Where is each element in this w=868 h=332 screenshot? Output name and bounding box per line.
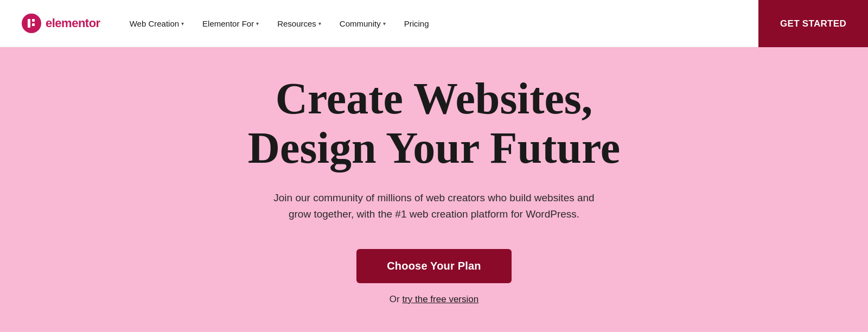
chevron-down-icon: ▾ (383, 21, 386, 27)
svg-point-0 (22, 14, 41, 33)
chevron-down-icon: ▾ (256, 21, 259, 27)
nav-right: LOGIN GET STARTED (793, 14, 846, 34)
svg-rect-1 (28, 19, 30, 28)
choose-plan-button[interactable]: Choose Your Plan (356, 249, 512, 283)
hero-section: Create Websites, Design Your Future Join… (0, 47, 868, 332)
navbar: elementor Web Creation ▾ Elementor For ▾… (0, 0, 868, 47)
logo-text: elementor (46, 16, 100, 30)
nav-pricing[interactable]: Pricing (397, 15, 437, 33)
chevron-down-icon: ▾ (318, 21, 321, 27)
nav-elementor-for[interactable]: Elementor For ▾ (195, 15, 266, 33)
chevron-down-icon: ▾ (181, 21, 184, 27)
svg-rect-3 (32, 23, 35, 26)
get-started-button[interactable]: GET STARTED (758, 0, 868, 47)
nav-resources[interactable]: Resources ▾ (270, 15, 329, 33)
hero-title: Create Websites, Design Your Future (248, 74, 620, 172)
free-version-link[interactable]: try the free version (402, 294, 478, 304)
nav-web-creation[interactable]: Web Creation ▾ (122, 15, 192, 33)
hero-subtitle: Join our community of millions of web cr… (271, 190, 597, 223)
svg-rect-2 (32, 19, 35, 22)
free-version-text: Or try the free version (390, 294, 478, 305)
nav-community[interactable]: Community ▾ (332, 15, 393, 33)
elementor-logo-icon (22, 14, 41, 33)
nav-links: Web Creation ▾ Elementor For ▾ Resources… (122, 15, 793, 33)
logo-link[interactable]: elementor (22, 14, 100, 33)
